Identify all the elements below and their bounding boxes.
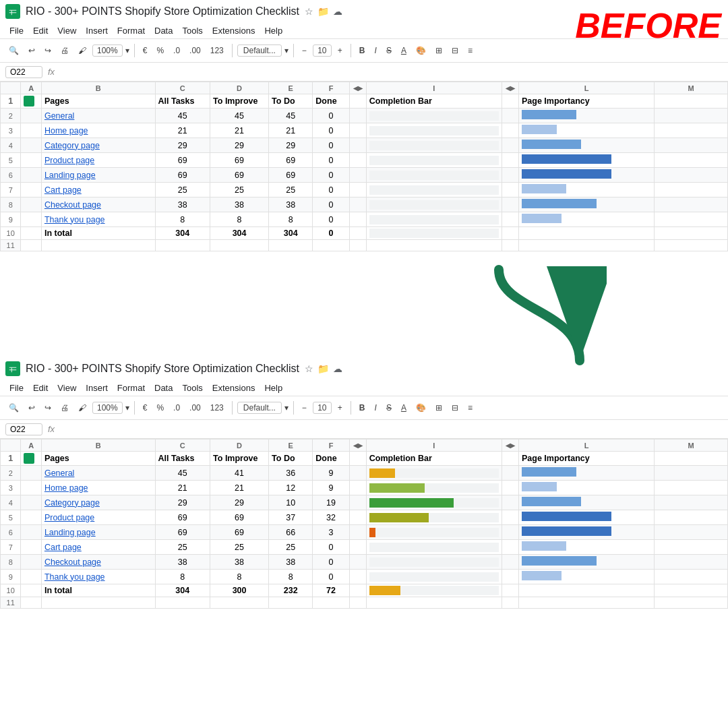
cell-page-3-before[interactable]: Home page — [41, 123, 155, 138]
after-label: AFTER — [605, 725, 721, 728]
123-btn-after[interactable]: 123 — [207, 402, 227, 414]
cell-imp-5-before — [518, 153, 654, 168]
menu-insert-before[interactable]: Insert — [82, 24, 112, 37]
color-btn-after[interactable]: 🎨 — [413, 402, 429, 414]
menu-view-after[interactable]: View — [53, 382, 80, 394]
menu-help-before[interactable]: Help — [260, 24, 286, 37]
align-btn-after[interactable]: ≡ — [464, 402, 476, 414]
undo-btn-before[interactable]: ↩ — [25, 44, 38, 57]
print-btn-after[interactable]: 🖨 — [57, 402, 72, 414]
redo-btn-after[interactable]: ↪ — [41, 402, 55, 414]
borders-btn-before[interactable]: ⊞ — [432, 44, 446, 57]
menu-tools-after[interactable]: Tools — [178, 382, 206, 394]
cell-page-9-after[interactable]: Thank you page — [41, 570, 155, 584]
search-btn-before[interactable]: 🔍 — [5, 44, 22, 57]
menu-insert-after[interactable]: Insert — [82, 382, 112, 394]
cell-page-7-before[interactable]: Cart page — [41, 183, 155, 198]
menu-extensions-after[interactable]: Extensions — [208, 382, 260, 394]
euro-btn-before[interactable]: € — [140, 44, 151, 57]
align-btn-before[interactable]: ≡ — [464, 44, 476, 57]
pct-btn-before[interactable]: % — [153, 44, 167, 57]
borders-btn-after[interactable]: ⊞ — [432, 402, 446, 414]
pct-btn-after[interactable]: % — [153, 402, 167, 414]
paint-btn-before[interactable]: 🖌 — [75, 44, 90, 57]
cell-page-8-after[interactable]: Checkout page — [41, 555, 155, 570]
cell-improve-5-before: 69 — [210, 153, 269, 168]
cell-page-4-after[interactable]: Category page — [41, 495, 155, 510]
italic-btn-before[interactable]: I — [371, 44, 380, 57]
cell-page-8-before[interactable]: Checkout page — [41, 198, 155, 212]
menu-edit-before[interactable]: Edit — [29, 24, 52, 37]
folder-icon[interactable]: 📁 — [317, 6, 329, 17]
bold-btn-before[interactable]: B — [356, 44, 369, 57]
cell-page-5-after[interactable]: Product page — [41, 510, 155, 525]
cell-page-4-before[interactable]: Category page — [41, 138, 155, 153]
menu-view-before[interactable]: View — [53, 24, 80, 37]
cell-all-4-after: 29 — [155, 495, 210, 510]
zoom-before[interactable]: 100% — [92, 44, 123, 57]
font-size-after[interactable]: 10 — [313, 402, 332, 414]
menu-format-before[interactable]: Format — [113, 24, 149, 37]
cell-ref-before[interactable]: O22 — [5, 66, 42, 78]
star-icon[interactable]: ☆ — [305, 6, 313, 17]
dec2-btn-after[interactable]: .00 — [186, 402, 204, 414]
font-dropdown-arrow-before[interactable]: ▾ — [284, 46, 289, 55]
folder-icon-after[interactable]: 📁 — [317, 363, 329, 374]
color-btn-before[interactable]: 🎨 — [413, 44, 429, 57]
123-btn-before[interactable]: 123 — [207, 44, 227, 57]
font-dropdown-after[interactable]: Default... — [237, 402, 282, 414]
cell-page-7-after[interactable]: Cart page — [41, 540, 155, 555]
cell-nav2-6-after — [502, 525, 518, 540]
cell-page-9-before[interactable]: Thank you page — [41, 212, 155, 227]
menu-data-before[interactable]: Data — [150, 24, 177, 37]
menu-file-before[interactable]: File — [5, 24, 28, 37]
print-btn-before[interactable]: 🖨 — [57, 44, 72, 57]
paint-btn-after[interactable]: 🖌 — [75, 402, 90, 414]
cell-page-5-before[interactable]: Product page — [41, 153, 155, 168]
cloud-icon-after[interactable]: ☁ — [333, 363, 342, 374]
cloud-icon[interactable]: ☁ — [333, 6, 342, 17]
font-dropdown-before[interactable]: Default... — [237, 44, 282, 57]
undo-btn-after[interactable]: ↩ — [25, 402, 38, 414]
cell-page-2-before[interactable]: General — [41, 109, 155, 123]
cell-page-6-before[interactable]: Landing page — [41, 168, 155, 183]
star-icon-after[interactable]: ☆ — [305, 363, 313, 374]
dec1-btn-after[interactable]: .0 — [170, 402, 183, 414]
cell-nav-9-before — [349, 212, 366, 227]
font-minus-before[interactable]: − — [299, 44, 310, 57]
underline-btn-after[interactable]: A — [398, 402, 410, 414]
font-dropdown-arrow-after[interactable]: ▾ — [284, 403, 289, 413]
menu-data-after[interactable]: Data — [150, 382, 177, 394]
zoom-arrow-after[interactable]: ▾ — [125, 403, 129, 413]
italic-btn-after[interactable]: I — [371, 402, 380, 414]
zoom-arrow-before[interactable]: ▾ — [125, 46, 129, 55]
font-minus-after[interactable]: − — [299, 402, 310, 414]
cell-page-2-after[interactable]: General — [41, 466, 155, 481]
rh9-before: 9 — [1, 212, 21, 227]
cell-ref-after[interactable]: O22 — [5, 423, 42, 435]
menu-format-after[interactable]: Format — [113, 382, 149, 394]
cell-all-3-after: 21 — [155, 481, 210, 495]
font-plus-before[interactable]: + — [334, 44, 346, 57]
menu-tools-before[interactable]: Tools — [178, 24, 206, 37]
redo-btn-before[interactable]: ↪ — [41, 44, 55, 57]
menu-edit-after[interactable]: Edit — [29, 382, 52, 394]
menu-file-after[interactable]: File — [5, 382, 28, 394]
bold-btn-after[interactable]: B — [356, 402, 369, 414]
strike-btn-before[interactable]: S — [383, 44, 395, 57]
strike-btn-after[interactable]: S — [383, 402, 395, 414]
font-plus-after[interactable]: + — [334, 402, 346, 414]
underline-btn-before[interactable]: A — [398, 44, 410, 57]
font-size-before[interactable]: 10 — [313, 44, 332, 57]
cell-page-3-after[interactable]: Home page — [41, 481, 155, 495]
search-btn-after[interactable]: 🔍 — [5, 402, 22, 414]
dec1-btn-before[interactable]: .0 — [170, 44, 183, 57]
merge-btn-after[interactable]: ⊟ — [448, 402, 462, 414]
cell-page-6-after[interactable]: Landing page — [41, 525, 155, 540]
euro-btn-after[interactable]: € — [140, 402, 151, 414]
zoom-after[interactable]: 100% — [92, 402, 123, 414]
menu-extensions-before[interactable]: Extensions — [208, 24, 260, 37]
merge-btn-before[interactable]: ⊟ — [448, 44, 462, 57]
dec2-btn-before[interactable]: .00 — [186, 44, 204, 57]
menu-help-after[interactable]: Help — [260, 382, 286, 394]
